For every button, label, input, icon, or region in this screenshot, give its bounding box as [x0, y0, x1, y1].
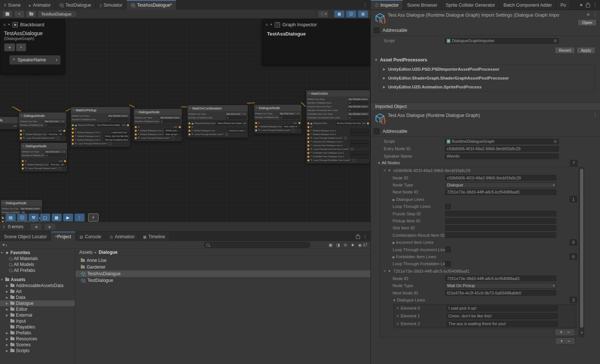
line-field[interactable]: Psst boy... W: [48, 132, 66, 136]
property-port[interactable]: [135, 137, 137, 139]
blackboard-header[interactable]: = ▼ ▦ Blackboard: [0, 20, 64, 30]
chevron-right-icon[interactable]: ▶: [580, 3, 583, 7]
node-header[interactable]: ≡DialogueNode: [19, 112, 66, 119]
node-number-field[interactable]: 1: [280, 115, 300, 119]
property-port[interactable]: [72, 139, 74, 141]
collapse-icon[interactable]: ▼: [270, 23, 273, 26]
node-dropdown[interactable]: Say Multiple Lines▾: [20, 207, 41, 210]
property-port[interactable]: [22, 168, 24, 169]
array-size-field[interactable]: 1: [570, 196, 577, 202]
element-field[interactable]: The ass is waiting there for you!: [447, 321, 558, 327]
graph-footer-button[interactable]: ⓘ: [17, 213, 27, 222]
asset-item-testdialogue[interactable]: {}TestDialogue: [76, 277, 370, 284]
tab-animation[interactable]: ◷Animation: [106, 232, 139, 241]
property-port[interactable]: [307, 145, 309, 146]
foldout-closed-icon[interactable]: ▶: [5, 343, 9, 347]
output-port[interactable]: [64, 160, 66, 162]
tab-timeline[interactable]: ▦Timeline: [139, 232, 169, 241]
tab-testassdialogue-[interactable]: {}TestAssDialogue*: [127, 0, 176, 10]
speaker-name-field[interactable]: Weirdo: [445, 154, 559, 159]
input-port[interactable]: [255, 122, 257, 124]
node-dropdown[interactable]: Say One Line▾: [225, 112, 247, 116]
graph-footer-button[interactable]: ▤: [6, 213, 16, 222]
property-port[interactable]: [189, 130, 190, 132]
node-checkbox[interactable]: [352, 159, 355, 162]
property-port[interactable]: [307, 130, 309, 132]
input-port[interactable]: [72, 128, 74, 130]
graph-node[interactable]: ≡DialogueNodeDefault Line TypeSay One Li…: [254, 104, 302, 134]
node-number-field[interactable]: 1: [45, 154, 66, 157]
presets-icon[interactable]: ≑: [586, 12, 590, 17]
text-field[interactable]: [445, 211, 556, 216]
more-icon[interactable]: ⋮: [363, 2, 367, 7]
node-header[interactable]: ≡DialogueNode: [134, 109, 182, 115]
scrollbar-thumb[interactable]: [580, 169, 583, 328]
checkbox[interactable]: [445, 204, 451, 209]
line-field[interactable]: [350, 155, 369, 158]
node-header[interactable]: ≡DialogueNode: [21, 143, 67, 149]
array-element-row[interactable]: =Element 1Cmon, don't be like this!: [394, 312, 576, 320]
node-dropdown[interactable]: Say Multiple Lines▾: [347, 105, 369, 108]
node-header[interactable]: ≡WaitOnPickup: [71, 107, 130, 113]
line-field[interactable]: [350, 144, 369, 147]
property-port[interactable]: [255, 129, 257, 131]
text-field[interactable]: [445, 232, 556, 238]
tree-folder-scenes[interactable]: ▶Scenes: [0, 342, 75, 348]
input-port[interactable]: [189, 126, 190, 128]
checkbox[interactable]: [445, 247, 451, 252]
node-dropdown[interactable]: Say One Line▾: [44, 119, 65, 123]
asset-item-gardener[interactable]: Gardener: [76, 264, 370, 270]
checkbox[interactable]: [445, 261, 451, 267]
graph-edge[interactable]: [129, 105, 134, 107]
blackboard-property[interactable]: “ SpeakerName ‹: [9, 55, 61, 65]
property-port[interactable]: [189, 122, 190, 124]
tab-testdialogue[interactable]: {}TestDialogue: [55, 0, 96, 10]
blackboard-toggle-button[interactable]: ▦: [334, 10, 344, 18]
project-search[interactable]: [204, 242, 310, 248]
tree-folder-art[interactable]: ▶Art: [0, 289, 75, 294]
tree-favorite-item[interactable]: All Prefabs: [0, 267, 75, 273]
log-filter-icon[interactable]: ⊘: [344, 243, 347, 247]
property-port[interactable]: [72, 143, 74, 145]
node-checkbox[interactable]: [57, 136, 60, 139]
tree-folder-playables[interactable]: Playables: [0, 324, 75, 330]
node-number-field[interactable]: 3: [108, 118, 129, 121]
node-checkbox[interactable]: ✓: [351, 148, 354, 151]
node-number-field[interactable]: 2: [348, 108, 369, 112]
graph-node[interactable]: ≡DialogueNodeDefault Line TypeSay Multip…: [133, 108, 182, 142]
tree-folder-addressableassetsdata[interactable]: ▶AddressableAssetsData: [0, 283, 75, 289]
tab-scene[interactable]: #Scene: [0, 0, 25, 10]
node-checkbox[interactable]: ✓: [225, 133, 228, 136]
node-dropdown[interactable]: Say Multiple Lines▾: [107, 114, 129, 118]
more-icon[interactable]: ⋮: [593, 12, 597, 17]
node-header[interactable]: ≡DialogueNode: [254, 105, 301, 111]
property-port[interactable]: [189, 134, 190, 135]
revert-button[interactable]: Revert: [555, 47, 575, 54]
line-field[interactable]: [350, 129, 369, 132]
tab-project[interactable]: Project: [51, 232, 75, 241]
addressable-checkbox[interactable]: [374, 128, 380, 134]
text-field[interactable]: 7251e73e-38d3-44ff-a8c5-bcf54088aaf1: [445, 276, 556, 281]
object-picker-icon[interactable]: ⊙: [554, 38, 557, 43]
node-header[interactable]: ≡WaitOnSlot: [306, 90, 370, 97]
foldout-closed-icon[interactable]: ▶: [5, 290, 9, 293]
foldout-closed-icon[interactable]: ▶: [5, 337, 9, 341]
drag-handle-icon[interactable]: =: [397, 314, 399, 318]
tab-animator[interactable]: ▸Animator: [25, 0, 55, 10]
array-element-row[interactable]: =Element 2The ass is waiting there for y…: [394, 320, 576, 328]
foldout-closed-icon[interactable]: ▶: [5, 284, 9, 287]
property-port[interactable]: [72, 135, 74, 137]
input-port[interactable]: [22, 160, 24, 162]
tab-batch-component-adder[interactable]: Batch Component Adder: [499, 0, 556, 10]
tree-folder-scripts[interactable]: ▶Scripts: [0, 348, 75, 354]
node-number-field[interactable]: 2: [160, 119, 181, 123]
drag-handle-icon[interactable]: =: [384, 269, 386, 273]
graph-node[interactable]: ≡WaitOnSlotDefault Line TypeSay Multiple…: [306, 90, 370, 164]
node-header[interactable]: ≡DialogueNode: [1, 200, 42, 206]
property-port[interactable]: [135, 130, 137, 132]
line-field[interactable]: The ass is waiting there for y: [104, 138, 129, 142]
property-port[interactable]: [20, 137, 22, 139]
drag-handle-icon[interactable]: =: [397, 306, 399, 310]
breadcrumb[interactable]: TestAssDialogue: [38, 10, 77, 18]
tree-folder-dialogue[interactable]: ▶Dialogue: [0, 300, 75, 306]
